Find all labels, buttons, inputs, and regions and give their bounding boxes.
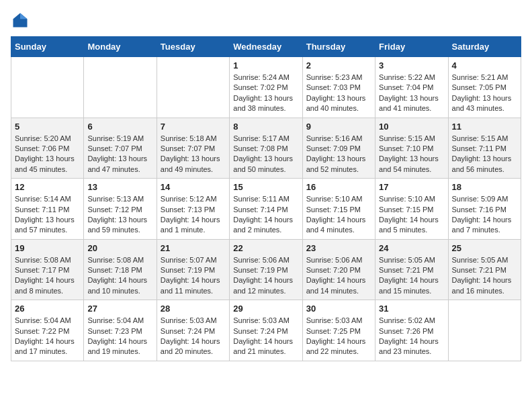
day-info: Sunrise: 5:02 AMSunset: 7:26 PMDaylight:… <box>379 316 439 355</box>
calendar-cell: 27 Sunrise: 5:04 AMSunset: 7:23 PMDaylig… <box>84 300 157 361</box>
calendar-cell: 15 Sunrise: 5:11 AMSunset: 7:14 PMDaylig… <box>230 179 302 240</box>
day-number: 27 <box>87 304 152 314</box>
weekday-header-saturday: Saturday <box>448 37 521 57</box>
day-number: 31 <box>379 304 444 314</box>
calendar-week-row: 1 Sunrise: 5:24 AMSunset: 7:02 PMDayligh… <box>11 57 521 118</box>
logo-icon <box>11 11 30 30</box>
day-number: 26 <box>15 304 80 314</box>
calendar-cell: 31 Sunrise: 5:02 AMSunset: 7:26 PMDaylig… <box>375 300 448 361</box>
day-info: Sunrise: 5:22 AMSunset: 7:04 PMDaylight:… <box>379 73 439 112</box>
calendar-cell: 24 Sunrise: 5:05 AMSunset: 7:21 PMDaylig… <box>375 239 448 300</box>
calendar-cell: 30 Sunrise: 5:03 AMSunset: 7:25 PMDaylig… <box>302 300 375 361</box>
weekday-header-row: SundayMondayTuesdayWednesdayThursdayFrid… <box>11 37 521 57</box>
day-info: Sunrise: 5:04 AMSunset: 7:22 PMDaylight:… <box>15 316 75 355</box>
day-number: 22 <box>233 243 298 253</box>
day-info: Sunrise: 5:17 AMSunset: 7:08 PMDaylight:… <box>233 134 293 173</box>
calendar-cell: 10 Sunrise: 5:15 AMSunset: 7:10 PMDaylig… <box>375 118 448 179</box>
day-number: 11 <box>452 122 517 132</box>
day-info: Sunrise: 5:21 AMSunset: 7:05 PMDaylight:… <box>452 73 512 112</box>
day-info: Sunrise: 5:18 AMSunset: 7:07 PMDaylight:… <box>161 134 220 173</box>
calendar-cell: 23 Sunrise: 5:06 AMSunset: 7:20 PMDaylig… <box>302 239 375 300</box>
day-info: Sunrise: 5:15 AMSunset: 7:11 PMDaylight:… <box>452 134 512 173</box>
weekday-header-tuesday: Tuesday <box>157 37 229 57</box>
calendar-cell: 9 Sunrise: 5:16 AMSunset: 7:09 PMDayligh… <box>302 118 375 179</box>
day-info: Sunrise: 5:24 AMSunset: 7:02 PMDaylight:… <box>233 73 293 112</box>
day-info: Sunrise: 5:11 AMSunset: 7:14 PMDaylight:… <box>233 195 293 234</box>
calendar-cell: 18 Sunrise: 5:09 AMSunset: 7:16 PMDaylig… <box>448 179 521 240</box>
page-header <box>11 11 521 30</box>
day-info: Sunrise: 5:09 AMSunset: 7:16 PMDaylight:… <box>452 195 512 234</box>
weekday-header-sunday: Sunday <box>11 37 84 57</box>
calendar-week-row: 12 Sunrise: 5:14 AMSunset: 7:11 PMDaylig… <box>11 179 521 240</box>
day-info: Sunrise: 5:06 AMSunset: 7:19 PMDaylight:… <box>233 256 293 295</box>
calendar-week-row: 19 Sunrise: 5:08 AMSunset: 7:17 PMDaylig… <box>11 239 521 300</box>
calendar-cell <box>448 300 521 361</box>
day-info: Sunrise: 5:20 AMSunset: 7:06 PMDaylight:… <box>15 134 75 173</box>
day-number: 19 <box>15 243 80 253</box>
day-number: 16 <box>306 182 371 192</box>
day-number: 25 <box>452 243 517 253</box>
calendar-cell: 13 Sunrise: 5:13 AMSunset: 7:12 PMDaylig… <box>84 179 157 240</box>
day-number: 6 <box>87 122 152 132</box>
calendar-week-row: 26 Sunrise: 5:04 AMSunset: 7:22 PMDaylig… <box>11 300 521 361</box>
svg-marker-1 <box>20 13 28 19</box>
day-info: Sunrise: 5:13 AMSunset: 7:12 PMDaylight:… <box>87 195 147 234</box>
day-number: 3 <box>379 60 444 71</box>
day-info: Sunrise: 5:07 AMSunset: 7:19 PMDaylight:… <box>161 256 220 295</box>
day-info: Sunrise: 5:10 AMSunset: 7:15 PMDaylight:… <box>306 195 366 234</box>
day-number: 10 <box>379 122 444 132</box>
logo <box>11 11 32 30</box>
day-info: Sunrise: 5:06 AMSunset: 7:20 PMDaylight:… <box>306 256 366 295</box>
day-info: Sunrise: 5:03 AMSunset: 7:25 PMDaylight:… <box>306 316 366 355</box>
day-number: 7 <box>161 122 226 132</box>
calendar-cell: 12 Sunrise: 5:14 AMSunset: 7:11 PMDaylig… <box>11 179 84 240</box>
calendar-cell: 19 Sunrise: 5:08 AMSunset: 7:17 PMDaylig… <box>11 239 84 300</box>
calendar-table: SundayMondayTuesdayWednesdayThursdayFrid… <box>11 36 521 361</box>
calendar-cell: 1 Sunrise: 5:24 AMSunset: 7:02 PMDayligh… <box>230 57 302 118</box>
weekday-header-wednesday: Wednesday <box>230 37 302 57</box>
calendar-cell: 5 Sunrise: 5:20 AMSunset: 7:06 PMDayligh… <box>11 118 84 179</box>
day-info: Sunrise: 5:14 AMSunset: 7:11 PMDaylight:… <box>15 195 75 234</box>
calendar-cell <box>11 57 84 118</box>
day-info: Sunrise: 5:10 AMSunset: 7:15 PMDaylight:… <box>379 195 439 234</box>
day-info: Sunrise: 5:19 AMSunset: 7:07 PMDaylight:… <box>87 134 147 173</box>
calendar-cell: 22 Sunrise: 5:06 AMSunset: 7:19 PMDaylig… <box>230 239 302 300</box>
day-number: 20 <box>87 243 152 253</box>
calendar-cell: 6 Sunrise: 5:19 AMSunset: 7:07 PMDayligh… <box>84 118 157 179</box>
day-info: Sunrise: 5:12 AMSunset: 7:13 PMDaylight:… <box>161 195 220 234</box>
day-info: Sunrise: 5:15 AMSunset: 7:10 PMDaylight:… <box>379 134 439 173</box>
day-info: Sunrise: 5:23 AMSunset: 7:03 PMDaylight:… <box>306 73 366 112</box>
day-number: 5 <box>15 122 80 132</box>
calendar-week-row: 5 Sunrise: 5:20 AMSunset: 7:06 PMDayligh… <box>11 118 521 179</box>
day-number: 30 <box>306 304 371 314</box>
calendar-cell: 7 Sunrise: 5:18 AMSunset: 7:07 PMDayligh… <box>157 118 229 179</box>
calendar-cell: 8 Sunrise: 5:17 AMSunset: 7:08 PMDayligh… <box>230 118 302 179</box>
calendar-cell: 4 Sunrise: 5:21 AMSunset: 7:05 PMDayligh… <box>448 57 521 118</box>
day-number: 13 <box>87 182 152 192</box>
day-info: Sunrise: 5:16 AMSunset: 7:09 PMDaylight:… <box>306 134 366 173</box>
day-number: 14 <box>161 182 226 192</box>
day-number: 21 <box>161 243 226 253</box>
calendar-cell: 16 Sunrise: 5:10 AMSunset: 7:15 PMDaylig… <box>302 179 375 240</box>
day-number: 8 <box>233 122 298 132</box>
day-info: Sunrise: 5:04 AMSunset: 7:23 PMDaylight:… <box>87 316 147 355</box>
calendar-cell: 11 Sunrise: 5:15 AMSunset: 7:11 PMDaylig… <box>448 118 521 179</box>
calendar-cell: 2 Sunrise: 5:23 AMSunset: 7:03 PMDayligh… <box>302 57 375 118</box>
day-number: 23 <box>306 243 371 253</box>
calendar-cell: 28 Sunrise: 5:03 AMSunset: 7:24 PMDaylig… <box>157 300 229 361</box>
day-number: 15 <box>233 182 298 192</box>
calendar-cell: 3 Sunrise: 5:22 AMSunset: 7:04 PMDayligh… <box>375 57 448 118</box>
day-number: 29 <box>233 304 298 314</box>
calendar-cell: 17 Sunrise: 5:10 AMSunset: 7:15 PMDaylig… <box>375 179 448 240</box>
weekday-header-thursday: Thursday <box>302 37 375 57</box>
day-info: Sunrise: 5:08 AMSunset: 7:18 PMDaylight:… <box>87 256 147 295</box>
day-number: 4 <box>452 60 517 71</box>
weekday-header-friday: Friday <box>375 37 448 57</box>
day-number: 2 <box>306 60 371 71</box>
calendar-cell: 14 Sunrise: 5:12 AMSunset: 7:13 PMDaylig… <box>157 179 229 240</box>
day-number: 18 <box>452 182 517 192</box>
day-number: 9 <box>306 122 371 132</box>
day-info: Sunrise: 5:03 AMSunset: 7:24 PMDaylight:… <box>161 316 220 355</box>
calendar-cell <box>157 57 229 118</box>
calendar-cell: 20 Sunrise: 5:08 AMSunset: 7:18 PMDaylig… <box>84 239 157 300</box>
